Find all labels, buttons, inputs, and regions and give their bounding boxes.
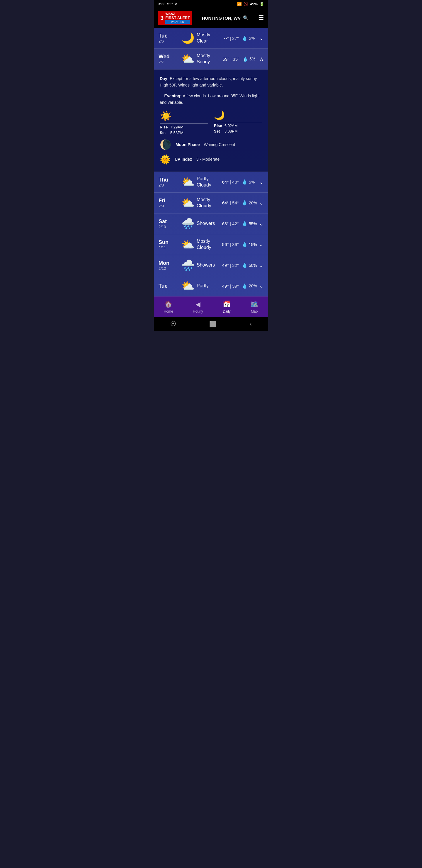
nav-home-label: Home bbox=[164, 309, 173, 313]
sun-set-time: 5:58PM bbox=[170, 130, 184, 135]
expand-icon-sat[interactable]: ⌄ bbox=[259, 220, 263, 227]
logo-text-block: WBAZ FIRST ALERT WEATHER bbox=[165, 12, 190, 24]
nav-home[interactable]: 🏠 Home bbox=[158, 300, 179, 315]
forecast-row-wed-2-7[interactable]: Wed 2/7 ⛅ MostlySunny 59° | 35° 💧 5% ∧ bbox=[154, 49, 268, 69]
bottom-navigation: 🏠 Home ◀ Hourly 📅 Daily 🗺️ Map bbox=[154, 297, 268, 317]
location-text: HUNTINGTON, WV bbox=[202, 16, 240, 21]
precip-sun: 💧 15% bbox=[242, 242, 258, 247]
collapse-icon-wed[interactable]: ∧ bbox=[260, 56, 263, 62]
precip-sat: 💧 55% bbox=[242, 221, 258, 226]
moon-set-label: Set bbox=[214, 129, 222, 133]
day-name-sat: Sat bbox=[159, 218, 179, 225]
precip-tue2: 💧 20% bbox=[242, 283, 258, 289]
temps-tue2: 49° | 39° bbox=[222, 284, 239, 288]
moon-set-time: 3:08PM bbox=[225, 129, 238, 133]
moon-rise-row: Rise 6:02AM bbox=[214, 123, 262, 128]
moon-phase-label: Moon Phase bbox=[175, 142, 200, 147]
temp-hi-wed: 59° bbox=[223, 57, 229, 62]
status-bar: 3:23 52° ✕ 📶 🚫 49% 🔋 bbox=[154, 0, 268, 8]
sun-rise-time: 7:29AM bbox=[170, 125, 184, 129]
rain-drop-icon-wed: 💧 bbox=[242, 56, 248, 62]
precip-thu: 💧 5% bbox=[242, 179, 258, 185]
rain-drop-icon: 💧 bbox=[242, 35, 248, 41]
sun-icon: ☀️ bbox=[160, 110, 172, 122]
day-date-mon: 2/12 bbox=[159, 266, 179, 271]
forecast-row-thu-2-8[interactable]: Thu 2/8 ⛅ PartlyCloudy 64° | 48° 💧 5% ⌄ bbox=[154, 172, 268, 193]
daily-icon: 📅 bbox=[223, 301, 231, 308]
logo-weather: WEATHER bbox=[165, 20, 190, 24]
day-info-sun: Sun 2/11 bbox=[159, 239, 179, 250]
temp-lo-wed: 35° bbox=[233, 57, 239, 62]
sun-times: Rise 7:29AM Set 5:58PM bbox=[160, 125, 208, 135]
evening-detail-text: Evening: A few clouds. Low around 35F. W… bbox=[160, 93, 262, 106]
uv-row: 🌞 UV Index 3 - Moderate bbox=[160, 154, 262, 164]
expand-icon-tue[interactable]: ⌄ bbox=[259, 35, 263, 41]
expand-icon-sun[interactable]: ⌄ bbox=[259, 241, 263, 248]
hourly-icon: ◀ bbox=[195, 301, 200, 308]
weather-icon-thu: ⛅ bbox=[179, 176, 197, 188]
forecast-row-tue-partial[interactable]: Tue ⛅ Partly 49° | 39° 💧 20% ⌄ bbox=[154, 276, 268, 297]
expand-icon-mon[interactable]: ⌄ bbox=[259, 262, 263, 269]
nav-hourly[interactable]: ◀ Hourly bbox=[187, 300, 209, 315]
day-name-mon: Mon bbox=[159, 260, 179, 266]
nav-map[interactable]: 🗺️ Map bbox=[245, 300, 264, 315]
day-info-tue2: Tue bbox=[159, 283, 179, 289]
weather-icon-wed: ⛅ bbox=[179, 53, 197, 65]
sun-moon-container: ☀️ Rise 7:29AM Set 5:58PM 🌙 bbox=[160, 110, 262, 135]
moon-header: 🌙 bbox=[214, 110, 262, 120]
day-date-thu: 2/8 bbox=[159, 183, 179, 187]
condition-fri: MostlyCloudy bbox=[197, 197, 222, 209]
precip-mon: 💧 50% bbox=[242, 262, 258, 268]
moon-times: Rise 6:02AM Set 3:08PM bbox=[214, 123, 262, 133]
expand-icon-tue2[interactable]: ⌄ bbox=[259, 283, 263, 289]
temps-thu: 64° | 48° bbox=[222, 180, 239, 184]
forecast-row-sun-2-11[interactable]: Sun 2/11 ⛅ MostlyCloudy 56° | 39° 💧 15% … bbox=[154, 234, 268, 255]
forecast-row-tue-2-6[interactable]: Tue 2/6 🌙 MostlyClear --° | 27° 💧 5% ⌄ bbox=[154, 28, 268, 49]
status-x-icon: ✕ bbox=[175, 2, 178, 6]
precip-value: 5% bbox=[249, 36, 255, 40]
day-name: Tue bbox=[159, 33, 179, 39]
temp-lo: 27° bbox=[232, 36, 239, 41]
nav-daily[interactable]: 📅 Daily bbox=[217, 300, 236, 315]
sun-set-row: Set 5:58PM bbox=[160, 130, 208, 135]
condition-mon: Showers bbox=[197, 262, 222, 268]
expand-icon-thu[interactable]: ⌄ bbox=[259, 179, 263, 185]
android-navigation: ⦿ ⬜ ‹ bbox=[154, 317, 268, 331]
android-home[interactable]: ⬜ bbox=[209, 320, 217, 328]
search-icon[interactable]: 🔍 bbox=[243, 15, 249, 21]
condition-tue: MostlyClear bbox=[197, 32, 224, 44]
condition-thu: PartlyCloudy bbox=[197, 176, 222, 188]
condition-wed: MostlySunny bbox=[197, 53, 223, 65]
android-recents[interactable]: ⦿ bbox=[170, 320, 176, 327]
day-info-fri: Fri 2/9 bbox=[159, 198, 179, 208]
condition-sun: MostlyCloudy bbox=[197, 239, 222, 251]
weather-icon-sat: 🌧️ bbox=[179, 218, 197, 230]
precip-fri: 💧 20% bbox=[242, 200, 258, 206]
moon-crescent-icon: 🌙 bbox=[214, 110, 225, 120]
moon-set-row: Set 3:08PM bbox=[214, 129, 262, 133]
moon-rise-label: Rise bbox=[214, 123, 222, 128]
status-time: 3:23 bbox=[158, 2, 165, 6]
forecast-row-fri-2-9[interactable]: Fri 2/9 ⛅ MostlyCloudy 64° | 54° 💧 20% ⌄ bbox=[154, 193, 268, 214]
condition-sat: Showers bbox=[197, 220, 222, 227]
temp-hi: --° bbox=[224, 36, 229, 41]
day-name-tue2: Tue bbox=[159, 283, 179, 289]
android-back[interactable]: ‹ bbox=[250, 320, 252, 327]
battery-percent: 49% bbox=[250, 2, 258, 6]
temps-sat: 63° | 42° bbox=[222, 221, 239, 226]
weather-icon-tue2: ⛅ bbox=[179, 280, 197, 292]
forecast-row-sat-2-10[interactable]: Sat 2/10 🌧️ Showers 63° | 42° 💧 55% ⌄ bbox=[154, 214, 268, 234]
day-name-fri: Fri bbox=[159, 198, 179, 204]
expand-icon-fri[interactable]: ⌄ bbox=[259, 200, 263, 206]
precip-wed: 💧 5% bbox=[242, 56, 258, 62]
logo-alert: FIRST ALERT bbox=[165, 16, 190, 20]
menu-icon[interactable]: ☰ bbox=[258, 14, 264, 22]
dnd-icon: 🚫 bbox=[244, 2, 248, 6]
app-header: 3 WBAZ FIRST ALERT WEATHER HUNTINGTON, W… bbox=[154, 8, 268, 28]
forecast-row-mon-2-12[interactable]: Mon 2/12 🌧️ Showers 49° | 32° 💧 50% ⌄ bbox=[154, 255, 268, 276]
day-date-wed: 2/7 bbox=[159, 60, 179, 64]
moon-phase-value: Waning Crescent bbox=[204, 142, 235, 147]
logo-station: WBAZ bbox=[165, 12, 190, 16]
weather-forecast: Tue 2/6 🌙 MostlyClear --° | 27° 💧 5% ⌄ W… bbox=[154, 28, 268, 297]
temps-sun: 56° | 39° bbox=[222, 242, 239, 247]
